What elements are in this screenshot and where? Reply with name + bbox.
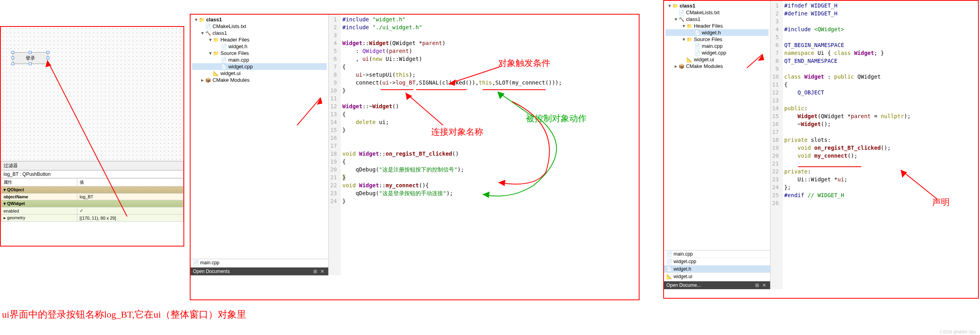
doc-widget-h-3[interactable]: 📄 widget.h <box>664 265 770 273</box>
login-button-label: 登录 <box>26 55 35 61</box>
caption-text: ui界面中的登录按钮名称log_BT,它在ui（整体窗口）对象里 <box>2 308 246 321</box>
doc-widget-ui-3[interactable]: 📐 widget.ui <box>664 273 770 280</box>
close-icon[interactable]: ✕ <box>761 282 768 288</box>
designer-panel: 登录 过滤器 log_BT : QPushButton 属性值 ▾ QObjec… <box>0 26 184 247</box>
section-qobject[interactable]: ▾ QObject <box>1 186 183 194</box>
code-text-h[interactable]: #ifndef WIDGET_H #define WIDGET_H #inclu… <box>783 1 978 289</box>
prop-objectname-value[interactable]: log_BT <box>77 194 183 200</box>
prop-objectname-label: objectName <box>1 194 77 200</box>
doc-widget-cpp-3[interactable]: 📄 widget.cpp <box>664 258 770 265</box>
tree-main-cpp-3[interactable]: 📄 main.cpp <box>666 43 769 49</box>
property-table: 属性值 ▾ QObject objectNamelog_BT ▾ QWidget… <box>1 178 183 222</box>
tree-source-files-3[interactable]: ▾📁 Source Files <box>666 36 769 43</box>
design-canvas[interactable]: 登录 <box>1 27 183 161</box>
open-documents-list-3: 📄 main.cpp 📄 widget.cpp 📄 widget.h 📐 wid… <box>664 250 770 280</box>
doc-main-cpp-3[interactable]: 📄 main.cpp <box>664 250 770 258</box>
source-panel-cpp: ▾📁 class1 📄 CMakeLists.txt ▾🔨 class1 ▾📁 … <box>190 14 640 300</box>
tree-widget-ui-3[interactable]: 📐 widget.ui <box>666 56 769 63</box>
tree-root-3[interactable]: ▾📁 class1 <box>666 2 769 9</box>
resize-handle[interactable] <box>47 62 49 65</box>
source-panel-h: ▾📁 class1 📄 CMakeLists.txt ▾🔨 class1 ▾📁 … <box>663 0 979 299</box>
project-tree-3[interactable]: ▾📁 class1 📄 CMakeLists.txt ▾🔨 class1 ▾📁 … <box>664 1 771 289</box>
close-icon[interactable]: ✕ <box>319 269 326 274</box>
split-icon[interactable]: ⊞ <box>754 282 761 288</box>
resize-handle[interactable] <box>11 62 14 65</box>
tree-header-files-3[interactable]: ▾📁 Header Files <box>666 23 769 29</box>
tree-widget-ui[interactable]: 📐 widget.ui <box>192 70 327 77</box>
object-type-line[interactable]: log_BT : QPushButton <box>1 170 183 178</box>
open-documents-bar: Open Documents ⊞ ✕ <box>191 267 328 275</box>
open-documents-list: 📄 main.cpp <box>191 259 328 267</box>
tree-subproject-3[interactable]: ▾🔨 class1 <box>666 16 769 23</box>
tree-cmakelists-3[interactable]: 📄 CMakeLists.txt <box>666 9 769 16</box>
tree-widget-cpp[interactable]: 📄 widget.cpp <box>192 63 327 70</box>
tree-widget-h[interactable]: 📄 widget.h <box>192 43 327 50</box>
resize-handle[interactable] <box>47 51 49 54</box>
col-value: 值 <box>77 179 183 186</box>
col-property: 属性 <box>1 179 77 186</box>
open-documents-label-3: Open Docume... <box>666 282 701 288</box>
open-documents-label: Open Documents <box>193 269 230 274</box>
line-gutter: 1 2 3 4 5 6 7 8 9 10 11 12 13 14 15 16 1… <box>329 15 341 275</box>
prop-enabled-label: enabled <box>1 207 77 215</box>
tree-subproject[interactable]: ▾🔨 class1 <box>192 30 327 36</box>
tree-widget-h-3[interactable]: 📄 widget.h <box>666 29 769 36</box>
prop-enabled-value[interactable]: ✓ <box>77 207 183 215</box>
open-documents-bar-3: Open Docume... ⊞ ✕ <box>664 281 770 289</box>
tree-cmake-modules-3[interactable]: ▸📦 CMake Modules <box>666 63 769 70</box>
line-gutter-h: 1 2 3 4 5 6 7 8 9 10 11 12 13 14 15 16 1… <box>771 1 783 289</box>
split-icon[interactable]: ⊞ <box>312 269 319 274</box>
resize-handle[interactable] <box>11 56 14 59</box>
code-editor-h[interactable]: 1 2 3 4 5 6 7 8 9 10 11 12 13 14 15 16 1… <box>771 1 978 289</box>
tree-widget-cpp-3[interactable]: 📄 widget.cpp <box>666 49 769 56</box>
prop-geometry-label[interactable]: ▸ geometry <box>1 215 77 222</box>
tree-source-files[interactable]: ▾📁 Source Files <box>192 50 327 56</box>
prop-geometry-value[interactable]: [(170, 11), 80 x 29] <box>77 215 183 222</box>
tree-cmakelists[interactable]: 📄 CMakeLists.txt <box>192 23 327 30</box>
resize-handle[interactable] <box>11 51 14 54</box>
watermark: CSDN @MAR-Sky <box>940 329 976 334</box>
section-qwidget[interactable]: ▾ QWidget <box>1 200 183 207</box>
resize-handle[interactable] <box>29 51 32 54</box>
tree-root[interactable]: ▾📁 class1 <box>192 16 327 23</box>
doc-main-cpp[interactable]: 📄 main.cpp <box>191 259 328 267</box>
tree-main-cpp[interactable]: 📄 main.cpp <box>192 56 327 63</box>
tree-header-files[interactable]: ▾📁 Header Files <box>192 36 327 43</box>
resize-handle[interactable] <box>29 62 32 65</box>
login-button[interactable]: 登录 <box>13 52 48 64</box>
code-text[interactable]: #include "widget.h" #include "./ui_widge… <box>341 15 639 275</box>
code-editor-cpp[interactable]: 1 2 3 4 5 6 7 8 9 10 11 12 13 14 15 16 1… <box>329 15 639 275</box>
filter-label: 过滤器 <box>1 161 183 170</box>
tree-cmake-modules[interactable]: ▸📦 CMake Modules <box>192 77 327 83</box>
project-tree[interactable]: ▾📁 class1 📄 CMakeLists.txt ▾🔨 class1 ▾📁 … <box>191 15 329 275</box>
resize-handle[interactable] <box>47 56 49 59</box>
